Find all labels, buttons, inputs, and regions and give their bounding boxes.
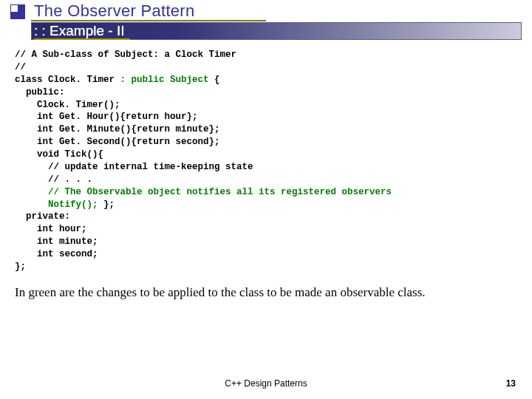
code-line: }; [15, 262, 26, 272]
code-line: int minute; [15, 236, 98, 247]
code-block: // A Sub-class of Subject: a Clock Timer… [15, 49, 517, 273]
code-line: // update internal time-keeping state [15, 162, 253, 172]
explanation-text: In green are the changes to be applied t… [15, 285, 517, 300]
subtitle-underline [34, 38, 130, 40]
title-row: The Observer Pattern [0, 0, 532, 21]
code-line: }; [103, 200, 115, 210]
code-line: int Get. Minute(){return minute}; [15, 124, 220, 134]
code-line: Clock. Timer(); [15, 100, 120, 110]
code-line: // A Sub-class of Subject: a Clock Timer [15, 50, 236, 60]
code-line [15, 200, 48, 210]
code-line [15, 187, 48, 197]
code-line: int hour; [15, 224, 87, 234]
code-line: void Tick(){ [15, 149, 103, 160]
code-line-highlight: Notify(); [48, 200, 103, 210]
code-line: public: [15, 87, 65, 98]
code-line-highlight: : public Subject [120, 75, 215, 85]
title-bullet-icon [10, 4, 25, 19]
code-line: private: [15, 211, 70, 222]
footer-title: C++ Design Patterns [0, 378, 532, 389]
page-number: 13 [506, 378, 516, 389]
code-line: int Get. Second(){return second}; [15, 137, 220, 147]
title-underline [31, 20, 266, 21]
slide-title: The Observer Pattern [34, 1, 195, 21]
code-line: // . . . [15, 174, 92, 185]
code-line-highlight: // The Observable object notifies all it… [48, 187, 392, 197]
code-line: int Get. Hour(){return hour}; [15, 112, 198, 122]
code-line: int second; [15, 249, 98, 259]
code-line: { [214, 75, 220, 85]
code-line: // [15, 62, 26, 72]
slide-subtitle: : : Example - II [34, 23, 124, 39]
code-line: class Clock. Timer [15, 75, 120, 85]
